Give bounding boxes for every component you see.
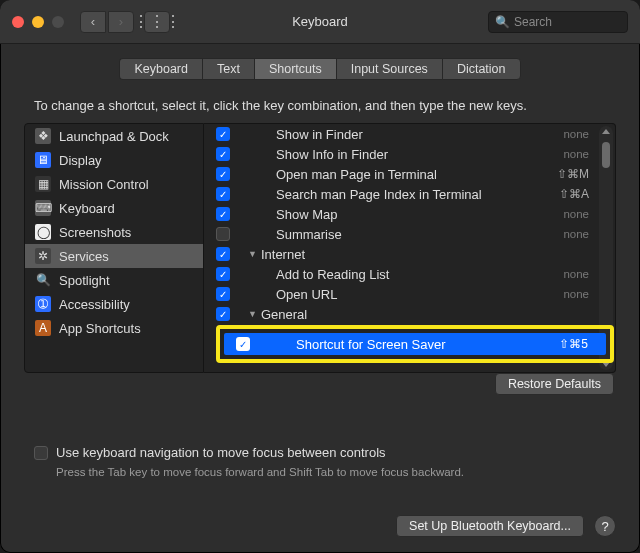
keyboard-prefs-window: ‹ › ⋮⋮⋮ Keyboard 🔍 KeyboardTextShortcuts…: [0, 0, 640, 553]
sidebar-item-label: App Shortcuts: [59, 321, 141, 336]
keyboard-nav-checkbox[interactable]: Use keyboard navigation to move focus be…: [34, 445, 386, 460]
search-input[interactable]: [514, 15, 621, 29]
sidebar-item-keyboard[interactable]: ⌨Keyboard: [25, 196, 203, 220]
shortcut-row[interactable]: ✓Open man Page in Terminal⇧⌘M: [204, 164, 615, 184]
launchpad-icon: ❖: [35, 128, 51, 144]
help-button[interactable]: ?: [594, 515, 616, 537]
sidebar-item-spotlight[interactable]: 🔍Spotlight: [25, 268, 203, 292]
back-button[interactable]: ‹: [80, 11, 106, 33]
shortcut-row[interactable]: ✓Show in Findernone: [204, 124, 615, 144]
disclosure-triangle-icon[interactable]: ▼: [248, 249, 257, 259]
footer-hint: Press the Tab key to move focus forward …: [56, 466, 464, 478]
chevron-left-icon: ‹: [91, 14, 95, 29]
sidebar-item-label: Services: [59, 249, 109, 264]
shortcut-row[interactable]: ✓Add to Reading Listnone: [204, 264, 615, 284]
checkbox-label: Use keyboard navigation to move focus be…: [56, 445, 386, 460]
sidebar-item-label: Screenshots: [59, 225, 131, 240]
sidebar-item-label: Spotlight: [59, 273, 110, 288]
checkbox-icon[interactable]: ✓: [216, 247, 230, 261]
shortcut-row[interactable]: ✓Show Mapnone: [204, 204, 615, 224]
shortcut-group[interactable]: ✓▼Internet: [204, 244, 615, 264]
tab-keyboard[interactable]: Keyboard: [119, 58, 202, 80]
checkbox-icon[interactable]: ✓: [216, 207, 230, 221]
accessibility-icon: ➀: [35, 296, 51, 312]
bottom-row: Set Up Bluetooth Keyboard... ?: [396, 515, 616, 537]
zoom-window[interactable]: [52, 16, 64, 28]
shortcut-group[interactable]: ✓▼General: [204, 304, 615, 324]
disclosure-triangle-icon[interactable]: ▼: [248, 309, 257, 319]
checkbox-icon[interactable]: ✓: [216, 167, 230, 181]
sidebar-item-label: Keyboard: [59, 201, 115, 216]
search-field[interactable]: 🔍: [488, 11, 628, 33]
tab-shortcuts[interactable]: Shortcuts: [254, 58, 336, 80]
shortcut-keys[interactable]: none: [563, 208, 589, 220]
shortcut-row[interactable]: Summarisenone: [204, 224, 615, 244]
shortcut-keys[interactable]: none: [563, 288, 589, 300]
sidebar-item-display[interactable]: 🖥Display: [25, 148, 203, 172]
checkbox-icon[interactable]: ✓: [216, 187, 230, 201]
titlebar: ‹ › ⋮⋮⋮ Keyboard 🔍: [0, 0, 640, 44]
checkbox-icon[interactable]: ✓: [216, 307, 230, 321]
instructions-text: To change a shortcut, select it, click t…: [34, 98, 640, 113]
checkbox-icon[interactable]: ✓: [236, 337, 250, 351]
sidebar-item-label: Display: [59, 153, 102, 168]
sidebar-item-label: Mission Control: [59, 177, 149, 192]
sidebar-item-label: Launchpad & Dock: [59, 129, 169, 144]
shortcut-label: Open man Page in Terminal: [276, 167, 557, 182]
minimize-window[interactable]: [32, 16, 44, 28]
screenshots-icon: ◯: [35, 224, 51, 240]
shortcut-label: Open URL: [276, 287, 563, 302]
sidebar-item-app-shortcuts[interactable]: AApp Shortcuts: [25, 316, 203, 340]
shortcut-label: Shortcut for Screen Saver: [296, 337, 559, 352]
sidebar-item-launchpad-dock[interactable]: ❖Launchpad & Dock: [25, 124, 203, 148]
shortcut-row[interactable]: ✓Open URLnone: [204, 284, 615, 304]
sidebar-item-mission-control[interactable]: ▦Mission Control: [25, 172, 203, 196]
window-controls: [12, 16, 64, 28]
category-sidebar[interactable]: ❖Launchpad & Dock🖥Display▦Mission Contro…: [24, 123, 204, 373]
spotlight-icon: 🔍: [35, 272, 51, 288]
shortcut-keys[interactable]: ⇧⌘A: [559, 187, 589, 201]
nav-buttons: ‹ ›: [80, 11, 134, 33]
tab-text[interactable]: Text: [202, 58, 254, 80]
shortcut-keys[interactable]: none: [563, 148, 589, 160]
shortcut-keys[interactable]: none: [563, 128, 589, 140]
grid-icon: ⋮⋮⋮: [133, 12, 181, 31]
checkbox-icon[interactable]: [34, 446, 48, 460]
group-label: Internet: [261, 247, 597, 262]
shortcut-label: Summarise: [276, 227, 563, 242]
tab-bar: KeyboardTextShortcutsInput SourcesDictat…: [0, 58, 640, 80]
restore-defaults-button[interactable]: Restore Defaults: [495, 373, 614, 395]
tab-dictation[interactable]: Dictation: [442, 58, 521, 80]
shortcut-label: Search man Page Index in Terminal: [276, 187, 559, 202]
shortcut-row-selected[interactable]: ✓ Shortcut for Screen Saver ⇧⌘5: [224, 333, 606, 355]
display-icon: 🖥: [35, 152, 51, 168]
show-all-button[interactable]: ⋮⋮⋮: [144, 11, 170, 33]
shortcut-row[interactable]: ✓Search man Page Index in Terminal⇧⌘A: [204, 184, 615, 204]
shortcut-keys[interactable]: ⇧⌘5: [559, 337, 588, 351]
sidebar-item-screenshots[interactable]: ◯Screenshots: [25, 220, 203, 244]
close-window[interactable]: [12, 16, 24, 28]
scrollbar-thumb[interactable]: [602, 142, 610, 168]
checkbox-icon[interactable]: ✓: [216, 127, 230, 141]
checkbox-icon[interactable]: [216, 227, 230, 241]
mission-control-icon: ▦: [35, 176, 51, 192]
tab-input-sources[interactable]: Input Sources: [336, 58, 442, 80]
checkbox-icon[interactable]: ✓: [216, 147, 230, 161]
shortcut-row[interactable]: ✓Show Info in Findernone: [204, 144, 615, 164]
chevron-right-icon: ›: [119, 14, 123, 29]
checkbox-icon[interactable]: ✓: [216, 267, 230, 281]
services-icon: ✲: [35, 248, 51, 264]
bluetooth-keyboard-button[interactable]: Set Up Bluetooth Keyboard...: [396, 515, 584, 537]
forward-button[interactable]: ›: [108, 11, 134, 33]
shortcut-keys[interactable]: none: [563, 268, 589, 280]
sidebar-item-accessibility[interactable]: ➀Accessibility: [25, 292, 203, 316]
shortcut-label: Show Info in Finder: [276, 147, 563, 162]
highlight-annotation: ✓ Shortcut for Screen Saver ⇧⌘5: [216, 325, 614, 363]
shortcut-keys[interactable]: ⇧⌘M: [557, 167, 589, 181]
shortcut-keys[interactable]: none: [563, 228, 589, 240]
checkbox-icon[interactable]: ✓: [216, 287, 230, 301]
keyboard-icon: ⌨: [35, 200, 51, 216]
sidebar-item-services[interactable]: ✲Services: [25, 244, 203, 268]
search-icon: 🔍: [495, 15, 510, 29]
shortcut-label: Show Map: [276, 207, 563, 222]
